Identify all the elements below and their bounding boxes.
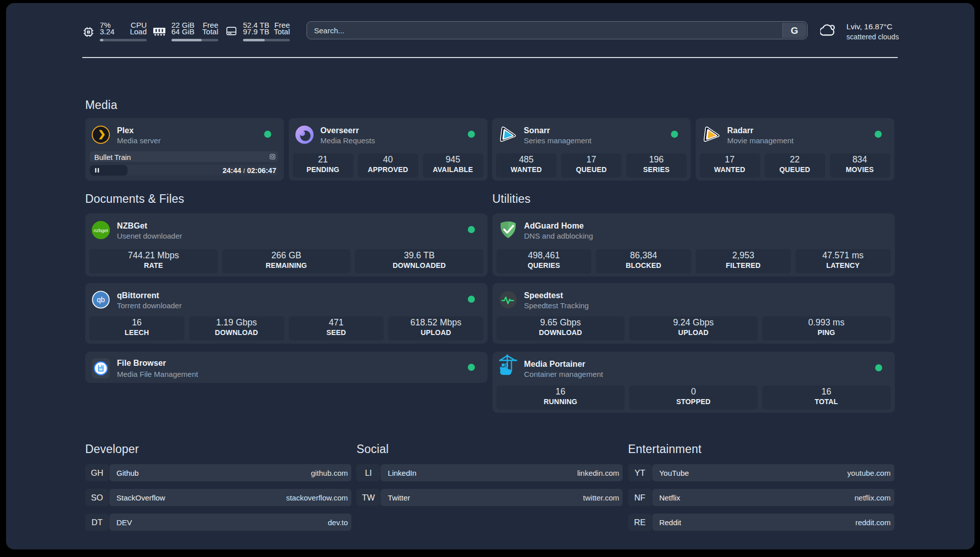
svg-text:nzbget: nzbget xyxy=(94,228,108,233)
svg-text:qb: qb xyxy=(97,296,105,304)
